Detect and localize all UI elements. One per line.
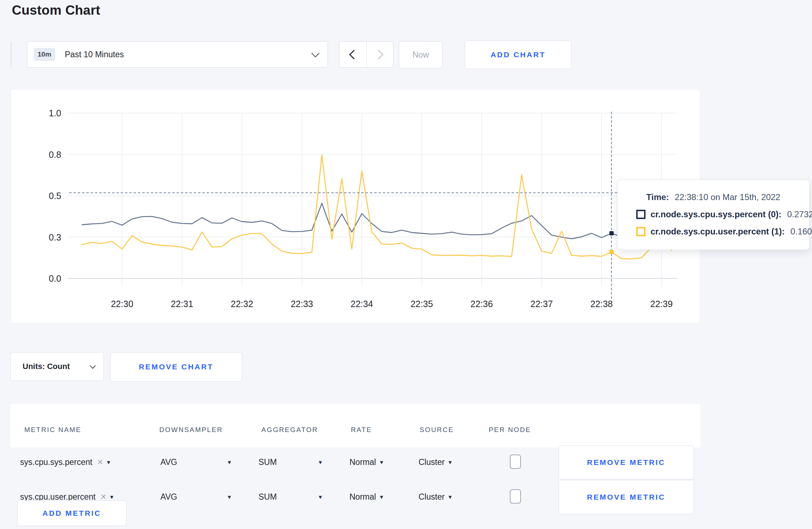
caret-down-icon: ▼ xyxy=(106,459,111,465)
series-color-swatch-icon xyxy=(636,210,646,219)
tooltip-series-row: cr.node.sys.cpu.sys.percent (0): 0.2732 xyxy=(636,209,801,219)
downsampler-select[interactable]: AVG ▼ xyxy=(160,480,232,514)
rate-select[interactable]: Normal ▼ xyxy=(349,480,384,514)
chevron-left-icon xyxy=(349,50,359,59)
svg-text:22:34: 22:34 xyxy=(351,299,373,309)
source-select[interactable]: Cluster ▼ xyxy=(419,445,453,479)
add-metric-button[interactable]: ADD METRIC xyxy=(17,500,126,526)
time-range-label: Past 10 Minutes xyxy=(65,50,313,59)
rate-select[interactable]: Normal ▼ xyxy=(349,445,384,479)
svg-text:22:37: 22:37 xyxy=(531,299,553,309)
caret-down-icon: ▼ xyxy=(318,459,323,465)
add-chart-button[interactable]: ADD CHART xyxy=(465,40,571,69)
header-rate: RATE xyxy=(351,426,372,434)
tooltip-time-label: Time: xyxy=(646,192,669,202)
tooltip-series-name: cr.node.sys.cpu.sys.percent (0): xyxy=(651,209,781,219)
downsampler-value: AVG xyxy=(160,492,177,502)
header-downsampler: DOWNSAMPLER xyxy=(159,426,223,434)
tooltip-series-name: cr.node.sys.cpu.user.percent (1): xyxy=(651,227,785,237)
chevron-down-icon xyxy=(311,49,320,57)
time-nav-arrows xyxy=(339,41,393,68)
svg-text:0.0: 0.0 xyxy=(49,273,61,283)
units-select[interactable]: Units: Count xyxy=(10,352,104,381)
chevron-down-icon xyxy=(90,363,96,369)
aggregator-value: SUM xyxy=(258,492,277,502)
rate-value: Normal xyxy=(349,492,376,502)
table-row: sys.cpu.sys.percent × ▼ AVG ▼ SUM ▼ Norm… xyxy=(10,445,700,479)
chart-tooltip: Time: 22:38:10 on Mar 15th, 2022 cr.node… xyxy=(617,180,809,250)
svg-text:0.8: 0.8 xyxy=(49,150,61,160)
metric-name-value: sys.cpu.sys.percent xyxy=(20,457,92,467)
tooltip-series-value: 0.2732 xyxy=(787,209,812,219)
header-per-node: PER NODE xyxy=(489,426,531,434)
caret-down-icon: ▼ xyxy=(318,494,323,500)
svg-text:1.0: 1.0 xyxy=(49,108,61,118)
downsampler-value: AVG xyxy=(160,457,177,467)
now-button[interactable]: Now xyxy=(399,41,443,68)
aggregator-value: SUM xyxy=(258,457,277,467)
metric-name-select[interactable]: sys.cpu.sys.percent × ▼ xyxy=(20,445,111,479)
prev-time-button[interactable] xyxy=(339,42,366,67)
svg-text:22:36: 22:36 xyxy=(470,299,493,309)
svg-text:22:39: 22:39 xyxy=(650,299,673,309)
time-range-badge: 10m xyxy=(34,48,55,61)
metrics-table-header: METRIC NAME DOWNSAMPLER AGGREGATOR RATE … xyxy=(10,404,700,447)
time-range-select[interactable]: 10m Past 10 Minutes xyxy=(27,41,328,68)
header-aggregator: AGGREGATOR xyxy=(261,426,318,434)
tooltip-series-row: cr.node.sys.cpu.user.percent (1): 0.1601 xyxy=(636,227,801,237)
remove-metric-button[interactable]: REMOVE METRIC xyxy=(559,480,694,514)
aggregator-select[interactable]: SUM ▼ xyxy=(258,445,323,479)
remove-metric-button[interactable]: REMOVE METRIC xyxy=(559,445,694,480)
source-value: Cluster xyxy=(419,492,445,502)
svg-text:22:32: 22:32 xyxy=(231,299,253,309)
header-source: SOURCE xyxy=(420,426,454,434)
caret-down-icon: ▼ xyxy=(379,494,384,500)
caret-down-icon: ▼ xyxy=(227,459,232,465)
clear-icon[interactable]: × xyxy=(97,457,103,467)
caret-down-icon: ▼ xyxy=(227,494,232,500)
source-value: Cluster xyxy=(419,457,445,467)
source-select[interactable]: Cluster ▼ xyxy=(419,480,453,514)
svg-text:22:38: 22:38 xyxy=(590,299,613,309)
svg-text:22:30: 22:30 xyxy=(111,299,134,309)
header-metric-name: METRIC NAME xyxy=(24,426,81,434)
per-node-checkbox[interactable] xyxy=(510,455,521,469)
caret-down-icon: ▼ xyxy=(379,459,384,465)
svg-text:22:31: 22:31 xyxy=(171,299,193,309)
tooltip-time-value: 22:38:10 on Mar 15th, 2022 xyxy=(675,192,780,202)
caret-down-icon: ▼ xyxy=(448,459,453,465)
units-label: Units: Count xyxy=(23,362,91,371)
tooltip-time-row: Time: 22:38:10 on Mar 15th, 2022 xyxy=(636,192,801,202)
tooltip-series-value: 0.1601 xyxy=(791,227,812,237)
svg-text:0.5: 0.5 xyxy=(49,191,61,201)
toolbar-divider xyxy=(11,42,11,68)
chevron-right-icon xyxy=(374,50,383,59)
page-title: Custom Chart xyxy=(12,3,100,18)
remove-chart-button[interactable]: REMOVE CHART xyxy=(110,352,242,382)
aggregator-select[interactable]: SUM ▼ xyxy=(258,480,323,514)
chart-svg[interactable]: 0.00.30.50.81.022:3022:3122:3222:3322:34… xyxy=(11,89,700,323)
caret-down-icon: ▼ xyxy=(109,494,115,500)
next-time-button[interactable] xyxy=(366,42,393,67)
series-color-swatch-icon xyxy=(636,227,646,236)
downsampler-select[interactable]: AVG ▼ xyxy=(160,445,232,479)
caret-down-icon: ▼ xyxy=(448,494,453,500)
rate-value: Normal xyxy=(349,457,376,467)
svg-text:0.3: 0.3 xyxy=(49,232,61,242)
svg-text:22:33: 22:33 xyxy=(291,299,313,309)
per-node-checkbox[interactable] xyxy=(510,489,521,504)
chart-card: 0.00.30.50.81.022:3022:3122:3222:3322:34… xyxy=(10,89,700,324)
svg-text:22:35: 22:35 xyxy=(411,299,433,309)
